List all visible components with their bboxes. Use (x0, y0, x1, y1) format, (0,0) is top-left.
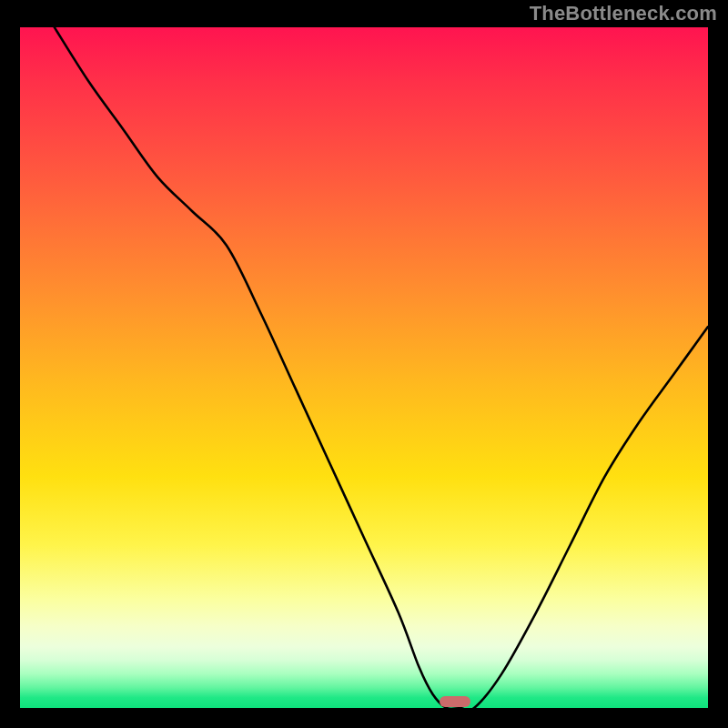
optimum-marker (440, 696, 470, 707)
chart-frame: TheBottleneck.com (0, 0, 728, 728)
watermark-text: TheBottleneck.com (530, 2, 717, 25)
bottleneck-curve (20, 27, 708, 708)
plot-area (20, 27, 708, 708)
